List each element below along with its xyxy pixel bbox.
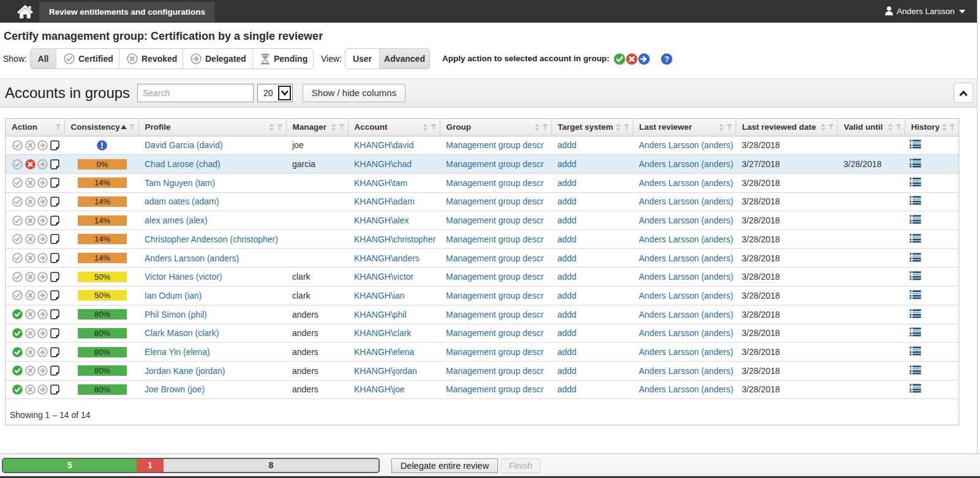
svg-text:?: ? (664, 54, 669, 64)
